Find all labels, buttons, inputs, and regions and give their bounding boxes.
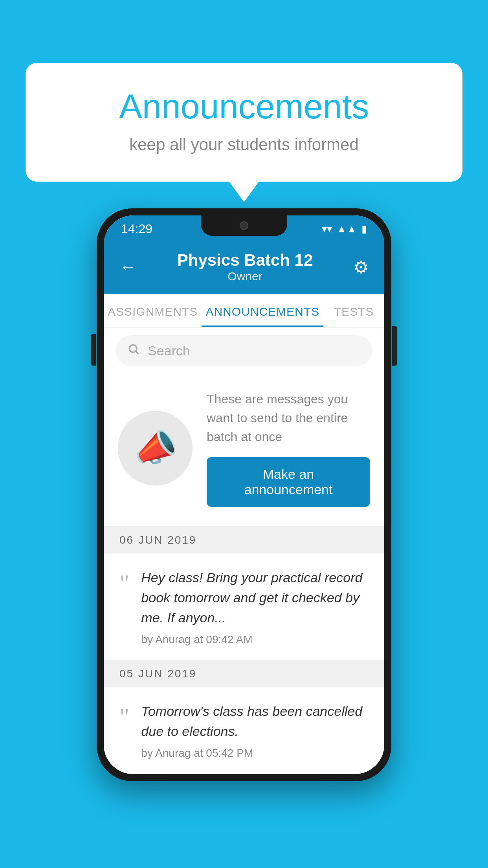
announcement-meta-2: by Anurag at 05:42 PM bbox=[141, 747, 369, 760]
search-icon bbox=[127, 342, 140, 359]
tab-tests[interactable]: TESTS bbox=[323, 294, 384, 327]
status-icons: ▾▾ ▲▲ ▮ bbox=[322, 223, 367, 235]
announcement-content-1: Hey class! Bring your practical record b… bbox=[141, 568, 369, 646]
batch-role: Owner bbox=[137, 270, 353, 283]
promo-icon-circle: 📣 bbox=[118, 411, 193, 485]
quote-icon-2: " bbox=[119, 704, 129, 729]
date-separator-2: 05 JUN 2019 bbox=[104, 660, 384, 687]
camera bbox=[240, 221, 248, 230]
phone-outer: 14:29 ▾▾ ▲▲ ▮ ← Physics Batch 12 Owner ⚙ bbox=[97, 208, 391, 781]
status-time: 14:29 bbox=[121, 222, 152, 236]
announcement-content-2: Tomorrow's class has been cancelled due … bbox=[141, 701, 369, 760]
tab-announcements[interactable]: ANNOUNCEMENTS bbox=[202, 294, 323, 327]
svg-point-0 bbox=[129, 345, 137, 352]
promo-section: 📣 These are messages you want to send to… bbox=[104, 374, 384, 527]
app-header: ← Physics Batch 12 Owner ⚙ bbox=[104, 242, 384, 294]
quote-icon-1: " bbox=[119, 571, 129, 595]
promo-description: These are messages you want to send to t… bbox=[207, 390, 370, 446]
bubble-subtitle: keep all your students informed bbox=[57, 135, 431, 154]
wifi-icon: ▾▾ bbox=[322, 223, 332, 235]
settings-button[interactable]: ⚙ bbox=[353, 257, 369, 277]
batch-title: Physics Batch 12 bbox=[137, 251, 353, 270]
announcement-text-2: Tomorrow's class has been cancelled due … bbox=[141, 701, 369, 741]
megaphone-icon: 📣 bbox=[130, 424, 181, 473]
phone-screen: 14:29 ▾▾ ▲▲ ▮ ← Physics Batch 12 Owner ⚙ bbox=[104, 215, 384, 774]
tab-assignments[interactable]: ASSIGNMENTS bbox=[104, 294, 202, 327]
tabs-bar: ASSIGNMENTS ANNOUNCEMENTS TESTS bbox=[104, 294, 384, 327]
signal-icon: ▲▲ bbox=[337, 223, 357, 235]
battery-icon: ▮ bbox=[361, 223, 367, 235]
header-center: Physics Batch 12 Owner bbox=[137, 251, 353, 283]
notch bbox=[201, 215, 287, 236]
announcement-item-2[interactable]: " Tomorrow's class has been cancelled du… bbox=[104, 687, 384, 774]
speech-bubble: Announcements keep all your students inf… bbox=[26, 63, 462, 182]
phone-wrapper: 14:29 ▾▾ ▲▲ ▮ ← Physics Batch 12 Owner ⚙ bbox=[97, 208, 391, 781]
announcement-text-1: Hey class! Bring your practical record b… bbox=[141, 568, 369, 628]
make-announcement-button[interactable]: Make an announcement bbox=[207, 457, 370, 507]
announcement-meta-1: by Anurag at 09:42 AM bbox=[141, 633, 369, 646]
speech-bubble-wrapper: Announcements keep all your students inf… bbox=[26, 63, 462, 182]
date-separator-1: 06 JUN 2019 bbox=[104, 527, 384, 554]
search-input-wrapper[interactable]: Search bbox=[116, 335, 372, 366]
announcement-item-1[interactable]: " Hey class! Bring your practical record… bbox=[104, 554, 384, 660]
back-button[interactable]: ← bbox=[119, 257, 137, 277]
search-placeholder-text: Search bbox=[148, 343, 190, 359]
bubble-title: Announcements bbox=[57, 86, 431, 127]
svg-line-1 bbox=[136, 351, 138, 354]
promo-right: These are messages you want to send to t… bbox=[207, 390, 370, 507]
search-bar: Search bbox=[104, 327, 384, 374]
